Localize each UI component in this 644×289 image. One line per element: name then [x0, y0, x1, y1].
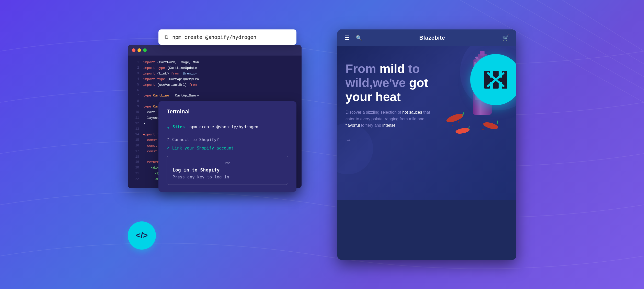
code-line: 6 — [128, 88, 302, 93]
code-line: 7 type CartLine = CartApiQuery — [128, 93, 302, 99]
command-text: npm create @shopify/hydrogen — [172, 34, 256, 40]
storefront-preview: ☰ 🔍 Blazebite 🛒 — [337, 29, 516, 260]
heading-your-heat: your heat — [346, 90, 401, 104]
sites-label: Sites — [172, 124, 185, 129]
question-icon: ? — [167, 137, 169, 142]
svg-line-16 — [497, 121, 498, 124]
info-label: info — [225, 161, 231, 165]
terminal-question-line: ? Connect to Shopify? — [167, 137, 288, 142]
terminal-question: Connect to Shopify? — [172, 137, 219, 142]
nav-left: ☰ 🔍 — [344, 35, 362, 41]
svg-point-14 — [455, 127, 470, 134]
close-dot[interactable] — [132, 48, 135, 52]
terminal-answer-line: ✓ Link your Shopify account — [167, 146, 288, 151]
hamburger-icon[interactable]: ☰ — [344, 35, 350, 41]
command-bar: ⧉ npm create @shopify/hydrogen — [158, 29, 296, 45]
arrow-icon: → — [167, 125, 169, 130]
store-navbar: ☰ 🔍 Blazebite 🛒 — [337, 29, 516, 46]
search-icon[interactable]: 🔍 — [356, 35, 362, 41]
logo-svg — [482, 67, 510, 92]
svg-point-19 — [482, 129, 484, 130]
hero-heading: From mild to wild,we've got your heat — [346, 62, 432, 104]
cart-icon[interactable]: 🛒 — [502, 35, 509, 41]
svg-line-17 — [469, 126, 469, 129]
heading-from: From — [346, 62, 379, 76]
hero-subtext: Discover a sizzling selection of hot sau… — [346, 109, 432, 129]
code-line: 3 import {Link} from '@remix- — [128, 71, 302, 77]
code-icon: </> — [136, 231, 148, 240]
info-divider-right — [233, 163, 282, 163]
terminal-command: npm create @shopify/hydrogen — [189, 124, 258, 129]
info-box-header: info — [172, 161, 282, 165]
check-icon: ✓ — [167, 146, 169, 151]
main-container: ⧉ npm create @shopify/hydrogen 1 import … — [0, 0, 644, 289]
info-divider — [172, 163, 222, 163]
code-line: 5 import {useVariantUrl} from — [128, 82, 302, 88]
info-box: info Log in to Shopify Press any key to … — [167, 156, 288, 185]
hero-content: From mild to wild,we've got your heat Di… — [346, 62, 432, 144]
heading-got: got — [409, 76, 428, 90]
maximize-dot[interactable] — [143, 48, 147, 52]
subtext-bold3: intense — [382, 123, 396, 127]
info-box-subtitle: Press any key to log in — [172, 175, 282, 179]
copy-icon[interactable]: ⧉ — [165, 34, 168, 40]
code-circle: </> — [128, 221, 156, 250]
info-box-title: Log in to Shopify — [172, 167, 282, 173]
code-line: 2 import type {CartLineUpdate — [128, 65, 302, 71]
subtext-bold2: flavorful — [346, 123, 360, 127]
terminal-title: Terminal — [167, 108, 288, 119]
code-line: 4 import type {CartApiQueryFra — [128, 77, 302, 82]
code-editor-section: ⧉ npm create @shopify/hydrogen 1 import … — [128, 29, 327, 260]
svg-point-18 — [458, 121, 459, 123]
svg-rect-9 — [480, 51, 485, 56]
terminal-sites-line: → Sites npm create @shopify/hydrogen — [167, 124, 288, 130]
heading-mild: mild — [379, 62, 405, 76]
svg-point-20 — [452, 125, 453, 126]
heading-to: to — [405, 62, 420, 76]
code-line: 1 import {CartForm, Image, Mon — [128, 60, 302, 65]
minimize-dot[interactable] — [137, 48, 141, 52]
svg-point-13 — [482, 121, 499, 130]
store-hero: From mild to wild,we've got your heat Di… — [337, 46, 516, 200]
svg-point-12 — [445, 112, 464, 124]
terminal-panel: Terminal → Sites npm create @shopify/hyd… — [158, 101, 296, 192]
editor-titlebar — [128, 45, 302, 56]
subtext-bold1: hot sauces — [402, 110, 422, 114]
store-title: Blazebite — [419, 35, 445, 41]
hero-arrow[interactable]: → — [346, 136, 432, 144]
heading-wild: wild,we've — [346, 76, 409, 90]
terminal-answer: Link your Shopify account — [172, 146, 234, 151]
